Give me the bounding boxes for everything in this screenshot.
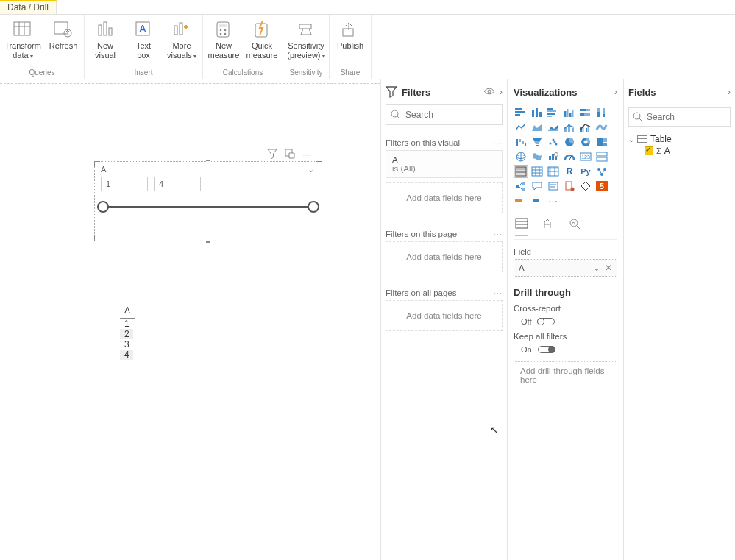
viz-shape-map-icon[interactable] (546, 150, 561, 163)
filter-drop-allpages[interactable]: Add data fields here (386, 300, 503, 331)
slicer-from-input[interactable] (101, 177, 148, 191)
viz-stacked-column-icon[interactable] (530, 106, 544, 119)
new-measure-button[interactable]: Newmeasure (205, 19, 243, 60)
chevron-down-icon[interactable]: ⌄ (628, 135, 634, 143)
new-visual-button[interactable]: Newvisual (86, 19, 124, 60)
svg-rect-58 (525, 143, 526, 146)
field-well[interactable]: A ⌄ ✕ (514, 259, 617, 277)
viz-qna-icon[interactable] (530, 180, 544, 193)
collapse-icon[interactable]: › (728, 87, 731, 97)
viz-powerapps-icon[interactable]: 5 (594, 180, 609, 193)
transform-data-button[interactable]: Transformdata (1, 19, 44, 60)
viz-key-influencers-icon[interactable] (594, 165, 609, 178)
slicer-to-input[interactable] (154, 177, 201, 191)
viz-narrative-icon[interactable] (546, 180, 561, 193)
filter-drop-page[interactable]: Add data fields here (386, 241, 503, 272)
cross-report-toggle[interactable] (537, 318, 555, 325)
viz-area-icon[interactable] (530, 121, 544, 134)
viz-funnel-icon[interactable] (530, 135, 544, 149)
filters-search-input[interactable] (405, 110, 497, 120)
viz-clustered-column-icon[interactable] (562, 106, 577, 119)
viz-get-more-icon[interactable]: ··· (546, 194, 561, 208)
slicer-slider[interactable] (101, 206, 316, 208)
remove-field-icon[interactable]: ✕ (605, 263, 612, 273)
viz-decomposition-icon[interactable] (514, 180, 528, 193)
viz-map-icon[interactable] (514, 150, 528, 163)
viz-pie-icon[interactable] (562, 135, 577, 149)
chevron-down-icon[interactable]: ⌄ (593, 263, 600, 273)
viz-treemap-icon[interactable] (594, 135, 609, 149)
collapse-icon[interactable]: › (500, 87, 503, 97)
svg-point-109 (571, 188, 575, 191)
collapse-icon[interactable]: › (614, 87, 617, 97)
table-visual[interactable]: A 1 2 3 4 (120, 304, 135, 360)
resize-handle[interactable] (206, 240, 210, 243)
slider-handle-max[interactable] (308, 201, 319, 213)
viz-custom2-icon[interactable] (530, 194, 544, 208)
table-node[interactable]: ⌄ Table (628, 132, 731, 146)
table-row[interactable]: 3 (120, 339, 133, 350)
column-node[interactable]: Σ A (628, 146, 731, 156)
viz-slicer-icon[interactable] (514, 165, 528, 178)
fields-search-input[interactable] (647, 112, 725, 122)
viz-card-icon[interactable]: 123 (578, 150, 593, 163)
filter-drop-visual[interactable]: Add data fields here (386, 182, 503, 213)
viz-ribbon-icon[interactable] (594, 121, 609, 134)
visual-filter-icon[interactable] (267, 149, 277, 161)
format-tab[interactable] (542, 218, 555, 236)
resize-handle[interactable] (316, 235, 322, 241)
more-options-icon[interactable]: ··· (302, 149, 310, 161)
more-options-icon[interactable]: ··· (493, 230, 503, 238)
viz-r-icon[interactable]: R (562, 165, 577, 178)
viz-100-stacked-bar-icon[interactable] (578, 106, 593, 119)
more-options-icon[interactable]: ··· (493, 138, 503, 147)
drill-through-drop[interactable]: Add drill-through fields here (514, 361, 617, 389)
more-options-icon[interactable]: ··· (493, 288, 503, 297)
eye-icon[interactable] (483, 87, 495, 98)
viz-line-stacked-column-icon[interactable] (562, 121, 577, 134)
report-canvas[interactable]: ··· A ⌄ A 1 (0, 79, 380, 560)
viz-matrix-icon[interactable] (546, 165, 561, 178)
sensitivity-button[interactable]: Sensitivity(preview) (285, 19, 327, 60)
viz-line-clustered-column-icon[interactable] (578, 121, 593, 134)
text-box-button[interactable]: A Textbox (124, 19, 163, 60)
fields-search[interactable] (628, 107, 731, 127)
viz-table-icon[interactable] (530, 165, 544, 178)
table-row[interactable]: 4 (120, 350, 133, 360)
table-row[interactable]: 1 (120, 319, 133, 329)
refresh-button[interactable]: Refresh (44, 19, 82, 51)
viz-py-icon[interactable]: Py (578, 165, 593, 178)
viz-100-stacked-column-icon[interactable] (594, 106, 609, 119)
filter-card[interactable]: A is (All) (386, 150, 503, 178)
viz-stacked-bar-icon[interactable] (514, 106, 528, 119)
table-header[interactable]: A (120, 304, 135, 319)
fields-tab[interactable] (515, 218, 528, 236)
viz-paginated-icon[interactable] (562, 180, 577, 193)
checkbox-icon[interactable] (645, 146, 653, 155)
viz-gauge-icon[interactable] (562, 150, 577, 163)
chevron-down-icon[interactable]: ⌄ (308, 165, 314, 174)
slicer-visual[interactable]: A ⌄ (94, 161, 322, 241)
table-row[interactable]: 2 (120, 329, 133, 339)
viz-clustered-bar-icon[interactable] (546, 106, 561, 119)
viz-multirow-card-icon[interactable] (594, 150, 609, 163)
publish-button[interactable]: Publish (331, 19, 369, 51)
viz-scatter-icon[interactable] (546, 135, 561, 149)
more-visuals-button[interactable]: Morevisuals (163, 19, 201, 60)
tab-data-drill[interactable]: Data / Drill (0, 0, 57, 14)
filter-card-field: A (392, 155, 496, 164)
keep-filters-toggle[interactable] (538, 346, 555, 353)
quick-measure-button[interactable]: Quickmeasure (243, 19, 281, 60)
slider-handle-min[interactable] (97, 201, 109, 213)
filters-search[interactable] (386, 104, 503, 125)
viz-arcgis-icon[interactable] (578, 180, 593, 193)
resize-handle[interactable] (94, 235, 100, 241)
viz-custom1-icon[interactable] (514, 194, 528, 208)
viz-line-icon[interactable] (514, 121, 528, 134)
viz-filled-map-icon[interactable] (530, 150, 544, 163)
focus-mode-icon[interactable] (285, 149, 295, 161)
viz-waterfall-icon[interactable] (514, 135, 528, 149)
analytics-tab[interactable] (568, 218, 581, 236)
viz-donut-icon[interactable] (578, 135, 593, 149)
viz-stacked-area-icon[interactable] (546, 121, 561, 134)
